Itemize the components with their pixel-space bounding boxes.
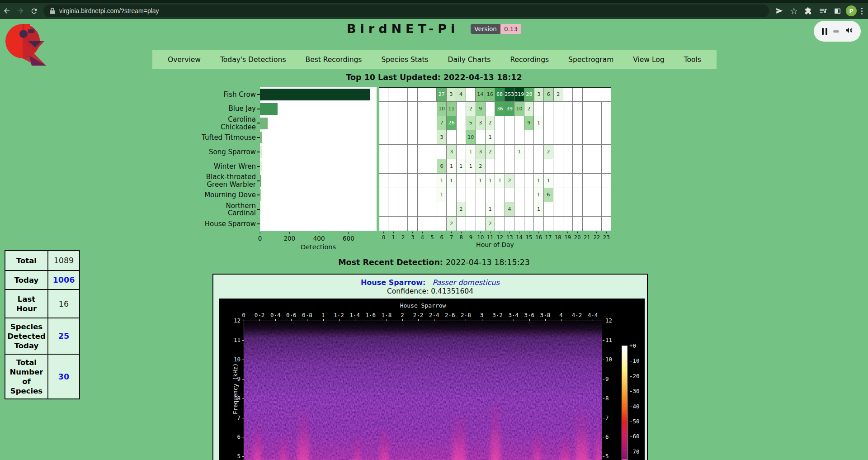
heat-cell <box>563 159 573 174</box>
menu-item-spectrogram[interactable]: Spectrogram <box>568 56 613 64</box>
freq-tick-label: 10 <box>605 356 622 363</box>
lock-icon <box>50 8 55 14</box>
chart-row-tufted-titmouse: Tufted Titmouse3101 <box>198 130 611 145</box>
media-controls-icon[interactable] <box>817 4 829 18</box>
heat-cell <box>553 116 563 131</box>
species-label: Black-throated Green Warbler <box>206 173 256 188</box>
heat-cell <box>544 130 553 145</box>
heat-cell <box>398 159 408 174</box>
heat-cell <box>457 145 466 159</box>
heat-cell <box>563 145 573 159</box>
colorbar-tick-label: -70 <box>629 448 640 455</box>
url-text: virginia.birdnetpi.com/?stream=play <box>59 7 159 14</box>
detections-bar <box>260 161 262 172</box>
heat-cell: 2 <box>505 174 514 188</box>
detection-scientific-name[interactable]: Passer domesticus <box>432 278 500 287</box>
freq-tick-label: 5 <box>605 453 622 460</box>
time-tick-label: 0·8 <box>302 312 312 318</box>
spectrogram-plot <box>244 321 602 460</box>
heat-cell <box>505 116 514 131</box>
hour-axis-tick: 1 <box>388 232 398 241</box>
hour-axis-tick: 18 <box>553 232 563 241</box>
species-label: Song Sparrow <box>209 148 256 156</box>
colorbar-tick-label: -20 <box>629 373 640 379</box>
heat-cell <box>553 102 563 116</box>
heat-cell <box>592 130 602 145</box>
heat-cell: 1 <box>486 174 495 188</box>
colorbar-tick-label: -60 <box>629 433 640 440</box>
hour-axis-tick: 17 <box>543 232 553 241</box>
hour-axis-tick: 13 <box>505 232 514 241</box>
heat-cell: 3 <box>447 87 456 102</box>
star-icon[interactable]: ☆ <box>788 4 800 18</box>
menu-item-overview[interactable]: Overview <box>168 56 201 64</box>
heat-cell <box>418 116 427 131</box>
heat-cell <box>466 188 476 203</box>
heat-cell: 2 <box>466 102 476 116</box>
colorbar-tick-label: -30 <box>629 388 640 394</box>
heat-cell: 2 <box>486 145 495 159</box>
forward-icon[interactable] <box>14 4 27 18</box>
menu-item-best-recordings[interactable]: Best Recordings <box>306 56 362 64</box>
menu-item-daily-charts[interactable]: Daily Charts <box>448 56 491 64</box>
heat-cell <box>602 116 611 131</box>
stats-value[interactable]: 1006 <box>48 270 80 289</box>
heat-cell <box>486 188 495 203</box>
chart-row-song-sparrow: Song Sparrow313212 <box>198 145 611 159</box>
detections-bar <box>260 175 261 187</box>
species-label: Northern Cardinal <box>226 202 256 217</box>
heat-cell: 1 <box>514 145 524 159</box>
detection-species-link[interactable]: House Sparrow: <box>361 278 425 287</box>
stats-value[interactable]: 25 <box>48 318 80 354</box>
heat-cell <box>534 217 543 231</box>
heat-cell: 6 <box>544 87 553 102</box>
menu-item-species-stats[interactable]: Species Stats <box>381 56 428 64</box>
heat-cell <box>418 159 427 174</box>
profile-avatar[interactable]: P <box>846 5 857 16</box>
heat-cell <box>398 202 408 217</box>
heat-cell <box>466 174 476 188</box>
reload-icon[interactable] <box>27 4 41 18</box>
heat-cell <box>563 87 573 102</box>
stats-row-today: Today1006 <box>5 270 80 289</box>
spectrogram-image: House Sparrow Frequency (kHz) 00·20·40·6… <box>219 299 645 460</box>
chart-row-winter-wren: Winter Wren61112 <box>198 159 611 174</box>
heat-cell <box>544 159 553 174</box>
heat-cell <box>583 188 592 203</box>
menu-item-view-log[interactable]: View Log <box>633 56 664 64</box>
freq-tick-label: 7 <box>224 414 241 421</box>
species-label: Mourning Dove <box>204 191 256 199</box>
bar-chart-x-axis-label: Detections <box>260 243 377 251</box>
spectrogram-streak <box>297 406 309 460</box>
menu-item-today-s-detections[interactable]: Today's Detections <box>220 56 286 64</box>
heat-cell <box>602 174 611 188</box>
heat-cell <box>592 145 602 159</box>
menu-icon[interactable] <box>859 6 864 16</box>
heat-cell <box>388 188 398 203</box>
heat-cell: 1 <box>534 202 543 217</box>
heat-cell <box>602 217 611 231</box>
side-panel-icon[interactable] <box>831 4 843 18</box>
freq-tick-label: 11 <box>605 337 622 343</box>
url-bar[interactable]: virginia.birdnetpi.com/?stream=play <box>43 5 769 17</box>
heat-cell: 10 <box>514 102 524 116</box>
stats-value[interactable]: 30 <box>48 354 80 399</box>
heat-cell <box>427 87 437 102</box>
heat-cell: 7 <box>437 116 447 131</box>
heat-cell <box>466 217 476 231</box>
heat-cell <box>563 202 573 217</box>
stats-label: Today <box>5 270 48 289</box>
heat-cell: 3 <box>534 87 544 102</box>
send-icon[interactable] <box>774 4 785 18</box>
back-icon[interactable] <box>0 4 14 18</box>
heat-cell <box>514 174 524 188</box>
stats-row-species-detected-today: Species Detected Today25 <box>5 318 80 354</box>
heat-cell <box>495 217 505 231</box>
heat-cell <box>427 102 437 116</box>
heat-cell <box>563 116 573 131</box>
menu-item-recordings[interactable]: Recordings <box>510 56 549 64</box>
heat-cell: 2 <box>457 202 466 217</box>
menu-item-tools[interactable]: Tools <box>684 56 701 64</box>
extensions-icon[interactable] <box>802 4 814 18</box>
heat-cell <box>408 188 417 203</box>
